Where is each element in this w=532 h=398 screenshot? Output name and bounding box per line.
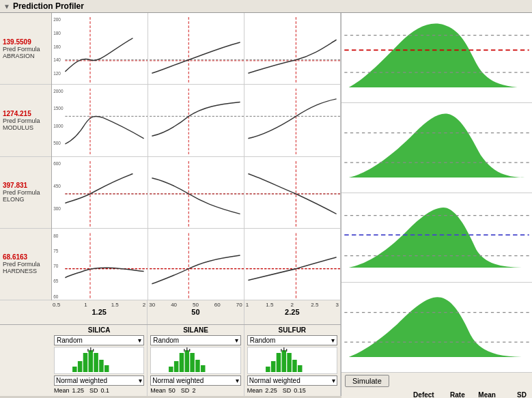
svg-text:140: 140 [53,57,61,62]
axis-col-silica: 0.5 1 1.5 2 1.25 [51,300,148,324]
chart-sulfur-hardness [244,229,341,300]
axis-col-sulfur: 1 1.5 2 2.5 3 2.25 [244,300,341,324]
silica-dist-row[interactable]: Random ▾ [54,335,144,345]
svg-text:180: 180 [53,31,61,35]
svg-rect-74 [287,353,292,372]
svg-rect-69 [186,347,187,352]
defect-table: Defect Rate Mean SD Pred Formula ABRASIO… [341,389,532,398]
defect-data-table: Defect Rate Mean SD Pred Formula ABRASIO… [345,390,529,398]
sulfur-stats: Mean 2.25 SD 0.15 [247,387,337,394]
svg-text:600: 600 [53,160,61,165]
chart-silane-abrasion [148,13,244,85]
silica-dist-dropdown[interactable]: Random ▾ [54,335,144,345]
chart-silica-abrasion: 200 180 160 140 120 [52,13,148,85]
chart-sulfur-modulus [244,85,341,156]
svg-rect-54 [94,353,98,372]
svg-rect-79 [283,347,284,352]
left-panel: 139.5509 Pred Formula ABRASION 1274.215 … [0,13,341,396]
silane-dist-dropdown[interactable]: Random ▾ [150,335,240,345]
sulfur-dist-dropdown[interactable]: Random ▾ [247,335,337,345]
svg-rect-67 [184,349,185,352]
svg-rect-76 [298,365,303,372]
axis-labels-row: 0.5 1 1.5 2 1.25 30 40 50 60 70 50 [0,300,341,324]
y-label-modulus: 1274.215 Pred Formula MODULUS [0,85,51,156]
svg-text:300: 300 [53,206,61,211]
svg-text:65: 65 [53,279,58,285]
collapse-icon[interactable]: ▼ [3,3,10,10]
svg-rect-55 [99,360,104,372]
svg-rect-73 [281,350,286,372]
grid-charts: 200 180 160 140 120 [51,13,341,300]
svg-text:80: 80 [53,233,58,239]
silica-histogram [54,347,144,374]
simulate-button[interactable]: Simulate [345,375,389,387]
bottom-section: SILICA Random ▾ [0,324,341,396]
sulfur-varname: SULFUR [247,326,337,334]
bottom-col-silane: SILANE Random ▾ [148,325,244,396]
svg-rect-50 [72,367,77,372]
sulfur-histogram [247,347,337,374]
silica-normw-row[interactable]: Normal weighted ▾ [54,375,144,386]
silica-normw-dropdown[interactable]: Normal weighted ▾ [54,375,144,386]
silane-normw-dropdown[interactable]: Normal weighted ▾ [150,375,240,386]
svg-text:1500: 1500 [53,106,64,111]
silane-normw-row[interactable]: Normal weighted ▾ [150,375,240,386]
svg-rect-61 [174,361,179,372]
silane-current-val: 50 [191,308,199,316]
svg-text:75: 75 [53,248,58,254]
chart-silica-hardness: 80 75 70 65 60 [52,229,148,300]
svg-rect-60 [169,367,173,372]
svg-rect-78 [286,349,287,352]
sd-col-header: SD [498,390,529,398]
defect-col-header: Defect [345,390,436,398]
chart-silane-modulus [148,85,244,156]
sulfur-normw-dropdown[interactable]: Normal weighted ▾ [247,375,337,386]
charts-area: 139.5509 Pred Formula ABRASION 1274.215 … [0,13,341,300]
mean-col-header: Mean [467,390,498,398]
bottom-col-sulfur: SULFUR Random ▾ [244,325,341,396]
chart-silane-hardness [148,229,244,300]
svg-rect-75 [292,360,297,372]
svg-rect-59 [90,347,91,352]
chart-silica-elong: 600 450 300 [52,157,148,229]
simulate-btn-row: Simulate [341,373,532,389]
svg-rect-62 [180,353,184,372]
svg-rect-71 [271,361,276,372]
right-chart-abrasion [341,13,532,103]
silica-stats: Mean 1.25 SD 0.1 [54,387,144,394]
y-label-elong: 397.831 Pred Formula ELONG [0,157,51,229]
chart-sulfur-elong [244,157,341,229]
svg-rect-68 [189,349,190,352]
right-charts [341,13,532,373]
svg-text:160: 160 [53,44,61,48]
svg-rect-57 [87,349,88,352]
rate-col-header: Rate [436,390,467,398]
right-chart-hardness [341,283,532,373]
axis-col-silane: 30 40 50 60 70 50 [148,300,244,324]
svg-text:60: 60 [53,294,58,300]
y-label-abrasion: 139.5509 Pred Formula ABRASION [0,13,51,85]
svg-text:450: 450 [53,184,61,188]
sulfur-normw-row[interactable]: Normal weighted ▾ [247,375,337,386]
right-chart-modulus [341,103,532,193]
silane-dist-row[interactable]: Random ▾ [150,335,240,345]
svg-rect-58 [93,349,94,352]
svg-text:200: 200 [53,17,61,22]
svg-rect-70 [266,367,270,372]
panel-title: Prediction Profiler [13,1,84,11]
svg-text:1000: 1000 [53,124,64,128]
svg-rect-52 [83,353,88,372]
svg-rect-66 [201,365,206,372]
svg-rect-77 [281,349,281,352]
right-panel: Simulate Defect Rate Mean SD Pred Formul… [341,13,532,396]
svg-rect-65 [195,360,200,372]
svg-rect-56 [104,365,109,372]
sulfur-current-val: 2.25 [285,308,299,316]
bottom-col-silica: SILICA Random ▾ [51,325,148,396]
chart-sulfur-abrasion [244,13,341,85]
svg-rect-63 [185,350,190,372]
chart-silica-modulus: 2000 1500 1000 500 [52,85,148,156]
right-chart-elong [341,193,532,283]
sulfur-dist-row[interactable]: Random ▾ [247,335,337,345]
svg-text:2000: 2000 [53,89,64,94]
